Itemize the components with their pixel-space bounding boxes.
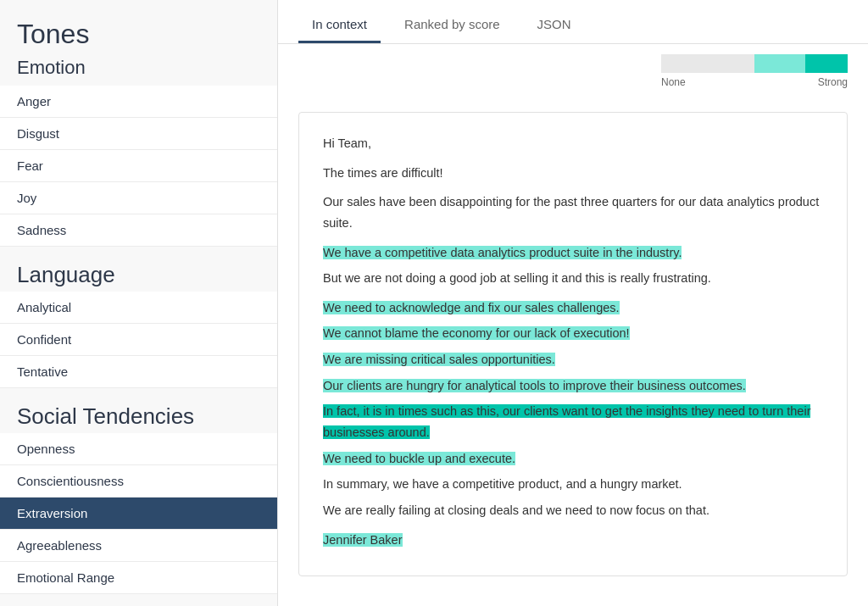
tab-ranked-by-score[interactable]: Ranked by score — [391, 5, 514, 43]
language-group: Analytical Confident Tentative — [0, 292, 277, 388]
email-line13-wrap: Jennifer Baker — [323, 530, 823, 551]
social-header: Social Tendencies — [0, 388, 277, 433]
email-line2-text: Our sales have been disappointing for th… — [323, 195, 819, 230]
email-line1: The times are difficult! — [323, 163, 823, 184]
sidebar-item-analytical[interactable]: Analytical — [0, 292, 277, 324]
sidebar-item-conscientiousness[interactable]: Conscientiousness — [0, 465, 277, 498]
email-line2: Our sales have been disappointing for th… — [323, 192, 823, 233]
sidebar-item-joy[interactable]: Joy — [0, 182, 277, 214]
email-line12: We are really failing at closing deals a… — [323, 500, 823, 521]
email-line7: We are missing critical sales opportunit… — [323, 353, 555, 366]
email-line3: We have a competitive data analytics pro… — [323, 246, 682, 259]
email-greeting: Hi Team, — [323, 133, 823, 154]
sidebar-item-anger[interactable]: Anger — [0, 86, 277, 118]
email-line11: In summary, we have a competitive produc… — [323, 474, 823, 495]
sidebar-item-confident[interactable]: Confident — [0, 324, 277, 356]
main-content: In context Ranked by score JSON None Str… — [278, 0, 868, 606]
email-line8: Our clients are hungry for analytical to… — [323, 379, 746, 392]
sidebar: Tones Emotion Anger Disgust Fear Joy Sad… — [0, 0, 278, 606]
tab-json[interactable]: JSON — [524, 5, 585, 43]
sidebar-item-tentative[interactable]: Tentative — [0, 356, 277, 388]
legend-bar-inner — [661, 54, 848, 73]
emotion-header: Emotion — [0, 53, 277, 86]
legend-none-label: None — [661, 76, 686, 88]
sidebar-item-fear[interactable]: Fear — [0, 150, 277, 182]
tab-in-context[interactable]: In context — [298, 5, 381, 43]
tones-header: Tones — [0, 0, 277, 53]
sidebar-item-agreeableness[interactable]: Agreeableness — [0, 530, 277, 562]
legend-strong-segment — [805, 54, 848, 73]
sidebar-item-disgust[interactable]: Disgust — [0, 118, 277, 150]
email-line6-wrap: We cannot blame the economy for our lack… — [323, 323, 823, 344]
email-line9: In fact, it is in times such as this, ou… — [323, 404, 810, 439]
sidebar-item-extraversion[interactable]: Extraversion — [0, 498, 277, 530]
email-block: Hi Team, The times are difficult! Our sa… — [298, 112, 848, 576]
email-line5-wrap: We need to acknowledge and fix our sales… — [323, 297, 823, 319]
legend-none-segment — [661, 54, 754, 73]
language-header: Language — [0, 247, 277, 292]
email-line13: Jennifer Baker — [323, 533, 403, 547]
email-line10-wrap: We need to buckle up and execute. — [323, 448, 823, 470]
email-line9-wrap: In fact, it is in times such as this, ou… — [323, 401, 823, 442]
sidebar-item-openness[interactable]: Openness — [0, 433, 277, 465]
tab-bar: In context Ranked by score JSON — [278, 0, 868, 44]
sidebar-item-emotional-range[interactable]: Emotional Range — [0, 562, 277, 594]
legend-light-segment — [754, 54, 805, 73]
content-area: Hi Team, The times are difficult! Our sa… — [278, 95, 868, 606]
email-line4: But we are not doing a good job at selli… — [323, 268, 823, 289]
legend-strong-label: Strong — [818, 76, 848, 88]
emotion-group: Anger Disgust Fear Joy Sadness — [0, 86, 277, 247]
legend-bar: None Strong — [278, 44, 868, 95]
legend-labels: None Strong — [661, 76, 848, 88]
email-line7-wrap: We are missing critical sales opportunit… — [323, 349, 823, 370]
email-line8-wrap: Our clients are hungry for analytical to… — [323, 375, 823, 397]
email-line6: We cannot blame the economy for our lack… — [323, 326, 630, 340]
sidebar-item-sadness[interactable]: Sadness — [0, 214, 277, 247]
social-group: Openness Conscientiousness Extraversion … — [0, 433, 277, 594]
email-line3-wrap: We have a competitive data analytics pro… — [323, 242, 823, 264]
email-line10: We need to buckle up and execute. — [323, 452, 515, 465]
email-line5: We need to acknowledge and fix our sales… — [323, 301, 620, 314]
